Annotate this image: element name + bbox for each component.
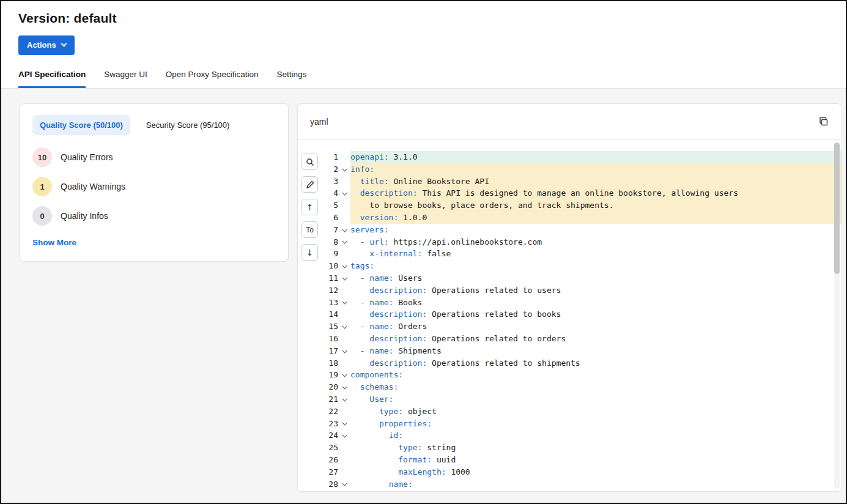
fold-gutter-spacer xyxy=(338,248,350,260)
code-text[interactable]: - name: Orders xyxy=(350,321,841,333)
code-text[interactable]: servers: xyxy=(350,224,841,236)
fold-chevron-icon[interactable] xyxy=(338,163,350,176)
code-text[interactable]: name: xyxy=(350,478,841,491)
scroll-down-button[interactable]: ↓ xyxy=(301,244,318,261)
code-text[interactable]: info: xyxy=(350,163,841,176)
fold-chevron-icon[interactable] xyxy=(338,297,350,309)
code-line-8: 8 - url: https://api.onlinebookstore.com xyxy=(298,236,841,248)
fold-chevron-icon[interactable] xyxy=(338,272,350,284)
code-text[interactable]: type: object xyxy=(350,406,841,418)
fold-chevron-icon[interactable] xyxy=(338,381,350,393)
scrollbar-thumb[interactable] xyxy=(834,143,840,274)
fold-chevron-icon[interactable] xyxy=(338,345,350,357)
code-text[interactable]: version: 1.0.0 xyxy=(350,212,841,224)
search-button[interactable] xyxy=(301,154,318,170)
score-tab-quality-score-50-100[interactable]: Quality Score (50/100) xyxy=(32,115,130,135)
fold-gutter-spacer xyxy=(338,308,350,321)
fold-chevron-icon[interactable] xyxy=(338,478,350,491)
code-text[interactable]: User: xyxy=(350,393,841,406)
line-number: 11 xyxy=(298,272,338,284)
code-text[interactable]: id: xyxy=(350,429,841,442)
score-tab-security-score-95-100[interactable]: Security Score (95/100) xyxy=(139,115,237,135)
line-number: 19 xyxy=(298,369,338,381)
copy-icon[interactable] xyxy=(818,116,829,127)
line-number: 21 xyxy=(298,393,338,406)
code-text[interactable]: description: Operations related to users xyxy=(350,284,841,297)
count-badge: 0 xyxy=(32,206,52,226)
fold-gutter-spacer xyxy=(338,466,350,478)
scroll-up-button[interactable]: ↑ xyxy=(301,199,318,215)
count-badge: 1 xyxy=(32,177,52,196)
code-text[interactable]: components: xyxy=(350,369,841,381)
code-text[interactable]: x-internal: false xyxy=(350,248,841,260)
code-text[interactable]: - name: Books xyxy=(350,297,841,309)
app-window: Version: default Actions API Specificati… xyxy=(0,0,847,504)
tab-open-proxy-specification[interactable]: Open Proxy Specification xyxy=(166,70,259,88)
tab-api-specification[interactable]: API Specification xyxy=(18,70,86,88)
code-text[interactable]: tags: xyxy=(350,260,841,272)
line-number: 25 xyxy=(298,442,338,454)
fold-chevron-icon[interactable] xyxy=(338,393,350,406)
code-text[interactable]: description: Operations related to books xyxy=(350,308,841,321)
actions-button[interactable]: Actions xyxy=(18,35,75,55)
score-item-label: Quality Infos xyxy=(61,211,108,221)
code-area: 1openapi: 3.1.02info:3 title: Online Boo… xyxy=(298,151,841,490)
code-line-2: 2info: xyxy=(298,163,841,176)
tab-swagger-ui[interactable]: Swagger UI xyxy=(104,70,147,88)
score-item-label: Quality Warnings xyxy=(61,182,125,191)
code-text[interactable]: to browse books, place orders, and track… xyxy=(350,199,841,212)
fold-chevron-icon[interactable] xyxy=(338,236,350,248)
code-line-3: 3 title: Online Bookstore API xyxy=(298,176,841,188)
fold-chevron-icon[interactable] xyxy=(338,321,350,333)
score-list: 10Quality Errors1Quality Warnings0Qualit… xyxy=(32,147,276,226)
code-text[interactable]: openapi: 3.1.0 xyxy=(350,151,841,163)
line-number: 24 xyxy=(298,429,338,442)
edit-button[interactable] xyxy=(301,176,318,193)
code-line-28: 28 name: xyxy=(298,478,841,491)
fold-chevron-icon[interactable] xyxy=(338,369,350,381)
code-line-20: 20 schemas: xyxy=(298,381,841,393)
tab-settings[interactable]: Settings xyxy=(276,70,306,88)
code-text[interactable]: description: This API is designed to man… xyxy=(350,187,841,199)
code-text[interactable]: - name: Users xyxy=(350,272,841,284)
code-line-21: 21 User: xyxy=(298,393,841,406)
line-number: 10 xyxy=(298,260,338,272)
code-text[interactable]: type: string xyxy=(350,442,841,454)
code-text[interactable]: - url: https://api.onlinebookstore.com xyxy=(350,236,841,248)
fold-chevron-icon[interactable] xyxy=(338,187,350,199)
page-title: Version: default xyxy=(18,11,829,26)
fold-gutter-spacer xyxy=(338,454,350,466)
code-text[interactable]: - name: Shipments xyxy=(350,345,841,357)
fold-chevron-icon[interactable] xyxy=(338,260,350,272)
fold-chevron-icon[interactable] xyxy=(338,418,350,430)
code-text[interactable]: properties: xyxy=(350,418,841,430)
line-number: 17 xyxy=(298,345,338,357)
fold-chevron-icon[interactable] xyxy=(338,429,350,442)
score-item-quality-warnings: 1Quality Warnings xyxy=(32,177,276,196)
code-line-10: 10tags: xyxy=(298,260,841,272)
goto-button[interactable]: To xyxy=(301,221,318,238)
fold-gutter-spacer xyxy=(338,333,350,345)
code-line-1: 1openapi: 3.1.0 xyxy=(298,151,841,163)
code-text[interactable]: maxLength: 1000 xyxy=(350,466,841,478)
line-number: 12 xyxy=(298,284,338,297)
show-more-link[interactable]: Show More xyxy=(32,238,76,247)
code-line-18: 18 description: Operations related to sh… xyxy=(298,357,841,369)
code-text[interactable]: title: Online Bookstore API xyxy=(350,176,841,188)
fold-chevron-icon[interactable] xyxy=(338,224,350,236)
code-text[interactable]: format: uuid xyxy=(350,454,841,466)
code-line-24: 24 id: xyxy=(298,429,841,442)
pencil-icon xyxy=(306,180,314,189)
fold-gutter-spacer xyxy=(338,176,350,188)
spec-editor-panel: yaml xyxy=(297,103,842,492)
line-number: 22 xyxy=(298,406,338,418)
code-text[interactable]: description: Operations related to shipm… xyxy=(350,357,841,369)
fold-gutter-spacer xyxy=(338,151,350,163)
fold-gutter-spacer xyxy=(338,199,350,212)
code-text[interactable]: description: Operations related to order… xyxy=(350,333,841,345)
editor-scrollbar[interactable] xyxy=(834,143,840,489)
tab-bar: API SpecificationSwagger UIOpen Proxy Sp… xyxy=(18,70,829,88)
code-text[interactable]: schemas: xyxy=(350,381,841,393)
line-number: 18 xyxy=(298,357,338,369)
code-line-25: 25 type: string xyxy=(298,442,841,454)
